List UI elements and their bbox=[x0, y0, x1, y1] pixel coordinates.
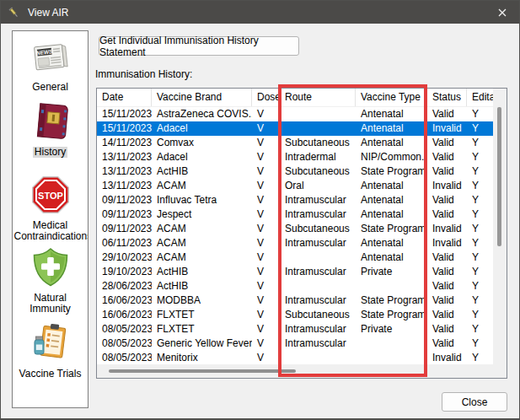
sidebar-item-label: Medical Contraindications bbox=[13, 220, 88, 242]
cell-date: 16/06/2023 bbox=[97, 293, 152, 308]
column-header-editable[interactable]: Editab bbox=[467, 89, 493, 106]
cell-status: Invalid bbox=[427, 236, 467, 250]
view-air-dialog: View AIR NEWS bbox=[0, 0, 520, 420]
cell-date: 08/05/2023 bbox=[97, 322, 152, 337]
cell-route: Oral bbox=[280, 179, 356, 193]
table-row[interactable]: 16/06/2023 MODBBA V Intramuscular State … bbox=[97, 293, 493, 308]
cell-vaccine-type: Private bbox=[356, 322, 427, 337]
cell-status: Valid bbox=[427, 107, 467, 121]
column-header-status[interactable]: Status bbox=[427, 89, 467, 106]
horizontal-scrollbar[interactable] bbox=[97, 364, 493, 378]
table-row[interactable]: 28/06/2023 ActHIB V Valid Y bbox=[97, 279, 493, 293]
green-shield-cross-icon bbox=[29, 246, 72, 291]
titlebar: View AIR bbox=[1, 1, 519, 24]
table-row[interactable]: 08/05/2023 Menitorix V Invalid Y bbox=[97, 351, 493, 365]
cell-vaccine-type: Antenatal bbox=[356, 207, 427, 222]
cell-route: Intramuscular bbox=[280, 193, 356, 207]
cell-vaccine-type: State Program bbox=[356, 222, 427, 236]
cell-date: 09/11/2023 bbox=[97, 193, 152, 207]
cell-editable: Y bbox=[467, 322, 493, 337]
cell-dose: V bbox=[252, 207, 280, 222]
column-header-vaccine-type[interactable]: Vaccine Type bbox=[356, 89, 427, 106]
vertical-scrollbar[interactable] bbox=[493, 89, 507, 364]
cell-status: Valid bbox=[427, 293, 467, 308]
cell-editable: Y bbox=[467, 265, 493, 279]
table-row[interactable]: 09/11/2023 Jespect V Intramuscular Anten… bbox=[97, 207, 493, 222]
table-row[interactable]: 16/06/2023 FLXTET V Subcutaneous State P… bbox=[97, 308, 493, 322]
table-row[interactable]: 08/05/2023 Generic Yellow Fever V Intram… bbox=[97, 337, 493, 351]
cell-vaccine-type: Antenatal bbox=[356, 121, 427, 136]
sidebar-item-natural-immunity[interactable]: Natural Immunity bbox=[13, 246, 88, 315]
table-row[interactable]: 13/11/2023 ActHIB V Subcutaneous State P… bbox=[97, 164, 493, 179]
sidebar-item-history[interactable]: History bbox=[13, 100, 88, 158]
immunisation-history-label: Immunisation History: bbox=[95, 68, 192, 80]
table-row[interactable]: 19/10/2023 ActHIB V Intramuscular Privat… bbox=[97, 265, 493, 279]
cell-editable: Y bbox=[467, 107, 493, 121]
cell-vaccine-brand: ACAM bbox=[152, 179, 252, 193]
table-row[interactable]: 29/10/2023 ACAM V Antenatal Valid Y bbox=[97, 250, 493, 265]
cell-date: 13/11/2023 bbox=[97, 179, 152, 193]
cell-dose: V bbox=[252, 150, 280, 164]
cell-editable: Y bbox=[467, 222, 493, 236]
table-row[interactable]: 15/11/2023 Adacel V Antenatal Invalid Y bbox=[97, 121, 493, 136]
cell-vaccine-type: Antenatal bbox=[356, 136, 427, 150]
cell-status: Invalid bbox=[427, 121, 467, 136]
cell-dose: V bbox=[252, 193, 280, 207]
cell-vaccine-brand: ActHIB bbox=[152, 279, 252, 293]
cell-date: 09/11/2023 bbox=[97, 222, 152, 236]
cell-vaccine-brand: Jespect bbox=[152, 207, 252, 222]
table-row[interactable]: 06/11/2023 ACAM V Intramuscular Antenata… bbox=[97, 236, 493, 250]
table-row[interactable]: 09/11/2023 Influvac Tetra V Intramuscula… bbox=[97, 193, 493, 207]
column-header-route[interactable]: Route bbox=[280, 89, 356, 106]
horizontal-scrollbar-thumb[interactable] bbox=[109, 369, 296, 373]
cell-route bbox=[280, 121, 356, 136]
cell-dose: V bbox=[252, 293, 280, 308]
vertical-scrollbar-thumb[interactable] bbox=[497, 107, 501, 246]
cell-editable: Y bbox=[467, 150, 493, 164]
cell-date: 14/11/2023 bbox=[97, 136, 152, 150]
cell-vaccine-type: NIP/Common... bbox=[356, 150, 427, 164]
table-header-row: Date Vaccine Brand Dose Route Vaccine Ty… bbox=[97, 89, 493, 107]
table-row[interactable]: 13/11/2023 Adacel V Intradermal NIP/Comm… bbox=[97, 150, 493, 164]
cell-dose: V bbox=[252, 236, 280, 250]
table-row[interactable]: 13/11/2023 ACAM V Oral Antenatal Invalid… bbox=[97, 179, 493, 193]
sidebar-item-general[interactable]: NEWS General bbox=[13, 39, 88, 93]
cell-vaccine-type: State Program bbox=[356, 308, 427, 322]
table-row[interactable]: 08/05/2023 FLXTET V Intramuscular Privat… bbox=[97, 322, 493, 337]
scrollbar-corner bbox=[493, 364, 507, 378]
cell-editable: Y bbox=[467, 250, 493, 265]
sidebar-item-label: Natural Immunity bbox=[13, 293, 88, 315]
cell-status: Valid bbox=[427, 193, 467, 207]
close-button[interactable]: Close bbox=[442, 392, 507, 412]
sidebar-item-medical-contraindications[interactable]: STOP Medical Contraindications bbox=[13, 174, 88, 242]
cell-dose: V bbox=[252, 351, 280, 365]
cell-dose: V bbox=[252, 265, 280, 279]
table-row[interactable]: 09/11/2023 ACAM V Subcutaneous State Pro… bbox=[97, 222, 493, 236]
cell-status: Valid bbox=[427, 279, 467, 293]
cell-route bbox=[280, 107, 356, 121]
cell-editable: Y bbox=[467, 308, 493, 322]
cell-status: Invalid bbox=[427, 222, 467, 236]
cell-editable: Y bbox=[467, 279, 493, 293]
cell-status: Valid bbox=[427, 150, 467, 164]
cell-editable: Y bbox=[467, 207, 493, 222]
cell-date: 28/06/2023 bbox=[97, 279, 152, 293]
sidebar-item-vaccine-trials[interactable]: Vaccine Trials bbox=[13, 322, 88, 380]
cell-dose: V bbox=[252, 179, 280, 193]
cell-route bbox=[280, 279, 356, 293]
get-statement-button[interactable]: Get Individual Immunisation History Stat… bbox=[99, 36, 299, 56]
sidebar-item-label: General bbox=[30, 82, 70, 93]
cell-editable: Y bbox=[467, 293, 493, 308]
column-header-vaccine-brand[interactable]: Vaccine Brand bbox=[152, 89, 252, 106]
cell-vaccine-brand: ActHIB bbox=[152, 265, 252, 279]
cell-vaccine-type bbox=[356, 279, 427, 293]
column-header-dose[interactable]: Dose bbox=[252, 89, 280, 106]
column-header-date[interactable]: Date bbox=[97, 89, 152, 106]
cell-editable: Y bbox=[467, 121, 493, 136]
close-x-icon[interactable] bbox=[485, 1, 519, 24]
cell-vaccine-type: Antenatal bbox=[356, 193, 427, 207]
cell-status: Valid bbox=[427, 322, 467, 337]
cell-route: Intramuscular bbox=[280, 236, 356, 250]
table-row[interactable]: 15/11/2023 AstraZeneca COVIS... V Antena… bbox=[97, 107, 493, 121]
table-row[interactable]: 14/11/2023 Comvax V Subcutaneous Antenat… bbox=[97, 136, 493, 150]
